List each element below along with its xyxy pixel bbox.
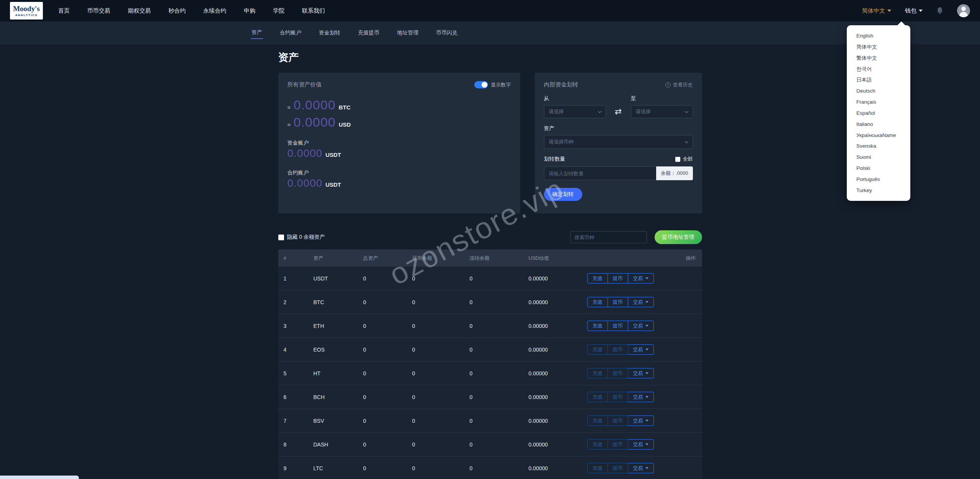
language-option[interactable]: 繁体中文 (847, 53, 910, 64)
withdraw-button[interactable]: 提币 (608, 344, 628, 355)
subtab-contract-account[interactable]: 合约账户 (279, 27, 302, 39)
show-numbers-label: 显示数字 (491, 81, 511, 88)
nav-second-contract[interactable]: 秒合约 (168, 7, 186, 15)
deposit-button[interactable]: 充值 (587, 463, 608, 473)
withdraw-button[interactable]: 提币 (608, 321, 628, 331)
language-option[interactable]: УкраїнськаName (847, 130, 910, 141)
search-coin-input[interactable] (570, 231, 647, 243)
asset-select[interactable]: 请选择币种 (544, 135, 693, 149)
nav-options-trade[interactable]: 期权交易 (128, 7, 151, 15)
main-nav: 首页 币币交易 期权交易 秒合约 永续合约 申购 学院 联系我们 (58, 7, 325, 15)
withdraw-button[interactable]: 提币 (608, 392, 628, 402)
hide-zero-label: 隐藏 0 余额资产 (287, 234, 325, 241)
deposit-button[interactable]: 充值 (587, 392, 608, 402)
wallet-menu[interactable]: 钱包 (905, 7, 923, 15)
contract-account-line: 0.0000 USDT (287, 177, 511, 189)
withdraw-button[interactable]: 提币 (608, 297, 628, 307)
confirm-transfer-button[interactable]: 确定划转 (544, 188, 582, 201)
cell-available: 0 (412, 418, 470, 424)
withdraw-button[interactable]: 提币 (608, 415, 628, 426)
language-option[interactable]: Français (847, 97, 910, 108)
language-option[interactable]: English (847, 31, 910, 42)
cell-index: 8 (284, 442, 314, 448)
trade-button[interactable]: 交易 (628, 439, 654, 450)
language-option[interactable]: Svenska (847, 141, 910, 152)
subtab-assets[interactable]: 资产 (251, 27, 263, 39)
trade-button[interactable]: 交易 (628, 415, 654, 426)
nav-academy[interactable]: 学院 (273, 7, 284, 15)
nav-contact-us[interactable]: 联系我们 (302, 7, 325, 15)
deposit-button[interactable]: 充值 (587, 368, 608, 378)
cell-available: 0 (412, 442, 470, 448)
nav-spot-trade[interactable]: 币币交易 (87, 7, 110, 15)
row-action-group: 充值 提币 交易 (587, 321, 654, 331)
deposit-button[interactable]: 充值 (587, 439, 608, 450)
trade-button[interactable]: 交易 (628, 321, 654, 331)
transfer-all-checkbox[interactable] (675, 157, 680, 162)
cell-frozen: 0 (470, 275, 529, 282)
header-asset: 资产 (314, 255, 363, 262)
swap-direction-icon[interactable]: ⇄ (606, 107, 631, 118)
subtab-flash-exchange[interactable]: 币币闪兑 (435, 27, 458, 39)
language-option[interactable]: Suomi (847, 152, 910, 163)
btc-total-line: ≈ 0.0000 BTC (287, 98, 511, 112)
brand-name: Moody's (13, 5, 40, 12)
trade-button[interactable]: 交易 (628, 392, 654, 402)
cell-asset: BTC (314, 299, 363, 305)
contract-account-value: 0.0000 (287, 177, 323, 189)
toggle-knob (482, 82, 487, 88)
user-avatar[interactable] (957, 4, 970, 17)
subtab-fund-transfer[interactable]: 资金划转 (318, 27, 341, 39)
withdraw-button[interactable]: 提币 (608, 463, 628, 473)
nav-home[interactable]: 首页 (58, 7, 70, 15)
trade-button[interactable]: 交易 (628, 273, 654, 283)
language-option[interactable]: Polski (847, 163, 910, 174)
notification-bell-icon[interactable] (936, 7, 943, 15)
cell-usd-value: 0.00000 (529, 370, 587, 376)
cell-asset: HT (314, 370, 363, 376)
cell-available: 0 (412, 299, 470, 305)
transfer-amount-input[interactable] (544, 166, 656, 180)
language-option[interactable]: Deutsch (847, 86, 910, 97)
cell-available: 0 (412, 275, 470, 282)
to-account-select[interactable]: 请选择 (631, 105, 693, 118)
language-option[interactable]: Turkey (847, 185, 910, 196)
withdraw-address-management-button[interactable]: 提币地址管理 (655, 230, 702, 244)
cell-available: 0 (412, 370, 470, 376)
withdraw-button[interactable]: 提币 (608, 439, 628, 450)
show-numbers-toggle[interactable] (474, 81, 488, 88)
language-selector[interactable]: 简体中文 (862, 7, 891, 15)
trade-button[interactable]: 交易 (628, 344, 654, 355)
nav-perpetual-contract[interactable]: 永续合约 (203, 7, 226, 15)
language-option[interactable]: 简体中文 (847, 42, 910, 53)
from-account-select[interactable]: 请选择 (544, 105, 606, 118)
deposit-button[interactable]: 充值 (587, 273, 608, 283)
withdraw-button[interactable]: 提币 (608, 368, 628, 378)
view-history-link[interactable]: 查看历史 (665, 81, 693, 88)
deposit-button[interactable]: 充值 (587, 321, 608, 331)
trade-button[interactable]: 交易 (628, 368, 654, 378)
language-option[interactable]: 한국어 (847, 64, 910, 75)
nav-subscribe[interactable]: 申购 (244, 7, 255, 15)
deposit-button[interactable]: 充值 (587, 344, 608, 355)
brand-logo[interactable]: Moody's ANALYTICS (10, 2, 43, 20)
subtab-deposit-withdraw[interactable]: 充值提币 (357, 27, 380, 39)
trade-button[interactable]: 交易 (628, 297, 654, 307)
language-option[interactable]: Italiano (847, 119, 910, 130)
cell-usd-value: 0.00000 (529, 299, 587, 305)
language-option[interactable]: Español (847, 108, 910, 119)
row-action-group: 充值 提币 交易 (587, 392, 654, 402)
hide-zero-checkbox[interactable] (278, 235, 284, 240)
row-action-group: 充值 提币 交易 (587, 415, 654, 426)
withdraw-button[interactable]: 提币 (608, 273, 628, 283)
language-option[interactable]: Português (847, 174, 910, 185)
language-option[interactable]: 日本語 (847, 75, 910, 86)
deposit-button[interactable]: 充值 (587, 297, 608, 307)
trade-button[interactable]: 交易 (628, 463, 654, 473)
view-history-label: 查看历史 (673, 81, 693, 88)
cell-index: 7 (284, 418, 314, 424)
deposit-button[interactable]: 充值 (587, 415, 608, 426)
subtab-address-management[interactable]: 地址管理 (396, 27, 419, 39)
approx-symbol: ≈ (287, 104, 291, 111)
header-frozen: 冻结余额 (470, 255, 529, 262)
